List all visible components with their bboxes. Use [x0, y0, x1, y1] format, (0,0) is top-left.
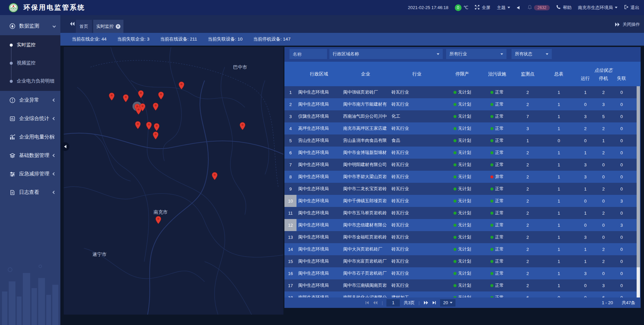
column-header[interactable]: 总表: [541, 62, 576, 86]
map-roads-layer: [64, 47, 283, 315]
table-row[interactable]: 7阆中生态环境局阆中明阳建材有限公司砖瓦行业无计划正常21300: [284, 159, 637, 171]
alert-circle-icon: [9, 97, 15, 103]
page-size-select[interactable]: 20: [440, 299, 455, 307]
table-row[interactable]: 13阆中生态环境局阆中市金福旺页岩机砖砖瓦行业无计划正常21300: [284, 231, 637, 243]
table-row[interactable]: 8阆中生态环境局阆中市枣碧大梁山页岩砖瓦行业无计划异常21300: [284, 171, 637, 183]
previous-page-button[interactable]: [373, 301, 378, 305]
column-subheader[interactable]: 运行: [576, 74, 594, 86]
map-location-pin-icon[interactable]: [154, 123, 160, 131]
sidebar-item-log-view[interactable]: 日志查看: [0, 183, 60, 202]
table-row[interactable]: 1阆中生态环境局阆中强锐页岩砖厂砖瓦行业无计划正常21120: [284, 86, 637, 98]
map-location-pin-icon[interactable]: [146, 122, 152, 130]
tab-home[interactable]: 首页: [76, 20, 92, 33]
map-location-pin-icon[interactable]: [239, 122, 246, 130]
chevron-left-icon: [53, 172, 56, 176]
table-row[interactable]: 12阆中生态环境局阆中市忠信建材有限公砖瓦行业无计划正常21003: [284, 219, 637, 231]
table-row[interactable]: 10阆中生态环境局阆中千佛镇五郎垭页岩砖瓦行业无计划正常21003: [284, 195, 637, 207]
status-dot-icon: [490, 236, 493, 239]
fullscreen-button[interactable]: 全屏: [475, 5, 490, 11]
table-row[interactable]: 5营山生态环境局营山县润丰肉食品有限食品无计划正常10010: [284, 134, 637, 147]
status-dot-icon: [453, 248, 457, 251]
cell-monitor-points: 2: [514, 195, 541, 207]
cell-monitor-points: 2: [514, 159, 541, 171]
sidebar-item-base-data[interactable]: 基础数据管理: [0, 146, 60, 165]
sidebar-subitem-video-monitor[interactable]: 视频监控: [0, 54, 60, 72]
column-header[interactable]: 治污设施: [480, 62, 514, 86]
map-location-pin-icon[interactable]: [123, 94, 129, 102]
next-page-button[interactable]: [423, 301, 428, 305]
cell-monitor-points: 2: [514, 147, 541, 159]
notification-area[interactable]: 2632: [528, 5, 550, 10]
tab-realtime-monitor[interactable]: 实时监控 ×: [93, 20, 123, 33]
cell-running: 1: [576, 255, 594, 267]
map-location-pin-icon[interactable]: [212, 172, 218, 180]
current-page-input[interactable]: 1: [386, 299, 400, 307]
region-filter-select[interactable]: 行政区域名称: [329, 49, 443, 59]
cell-region: 仪陇生态环境局: [297, 110, 341, 122]
scrollbar-thumb[interactable]: [637, 86, 640, 267]
map-location-pin-icon[interactable]: [178, 82, 184, 90]
cell-lost: 3: [612, 219, 631, 231]
cell-spacer: [631, 231, 637, 243]
map-location-pin-icon[interactable]: [153, 131, 159, 140]
table-row[interactable]: 6阆中生态环境局阆中市金博瑞新型墙材砖瓦行业无计划正常21120: [284, 147, 637, 159]
status-filter-select[interactable]: 所有状态: [512, 49, 552, 59]
map-location-pin-icon[interactable]: [138, 90, 144, 98]
table-row[interactable]: 14阆中生态环境局阆中大兴页岩机砖厂砖瓦行业无计划正常21120: [284, 243, 637, 255]
cell-region: 阆中生态环境局: [297, 279, 341, 291]
mute-speaker-button[interactable]: [517, 5, 521, 10]
sidebar-subitem-power-load-detail[interactable]: 企业电力负荷明细: [0, 72, 60, 90]
map-location-pin-icon[interactable]: [155, 216, 161, 224]
industry-filter-select[interactable]: 所有行业: [446, 49, 506, 59]
table-row[interactable]: 18南部生态环境局南部县砖化小沼有限公建材加工无计划正常60060: [284, 291, 637, 297]
tabs-scroll-left-button[interactable]: [70, 21, 75, 28]
column-header[interactable]: 监测点: [514, 62, 541, 86]
column-subheader[interactable]: 停机: [594, 74, 612, 86]
table-scrollbar[interactable]: [637, 86, 640, 297]
map-location-pin-icon[interactable]: [109, 93, 115, 101]
chevron-left-icon: [53, 154, 56, 157]
bullet-dot-icon: [10, 80, 13, 83]
table-row[interactable]: 15阆中生态环境局阆中市光富页岩机砖厂砖瓦行业无计划正常21120: [284, 255, 637, 267]
sidebar-item-data-monitor[interactable]: 数据监测: [0, 17, 60, 35]
theme-dropdown[interactable]: 主题: [497, 5, 510, 11]
column-header[interactable]: 行政区域: [297, 62, 341, 86]
map-panel[interactable]: 巴中市南充市遂宁市: [64, 47, 283, 315]
map-location-pin-icon[interactable]: [136, 107, 142, 115]
column-header[interactable]: 停限产: [444, 62, 480, 86]
table-row[interactable]: 17阆中生态环境局阆中市江南镇阆南页岩砖瓦行业无计划正常21030: [284, 279, 637, 291]
cell-company: 阆中强锐页岩砖厂: [341, 86, 390, 98]
table-row[interactable]: 11阆中生态环境局阆中市五马桥页岩机砖砖瓦行业无计划正常21120: [284, 207, 637, 219]
table-row[interactable]: 4高坪生态环境局南充市高坪区王家店建砖瓦行业无计划正常31220: [284, 122, 637, 134]
sidebar-subitem-realtime-monitor[interactable]: 实时监控: [0, 36, 60, 54]
close-operations-menu[interactable]: 关闭操作: [614, 21, 640, 28]
panel-collapse-button[interactable]: [61, 142, 69, 151]
column-subheader[interactable]: 失联: [612, 74, 631, 86]
status-dot-icon: [490, 91, 493, 94]
name-filter-input[interactable]: [289, 49, 327, 59]
column-header[interactable]: 行业: [390, 62, 444, 86]
sidebar-item-emergency-reduction[interactable]: 应急减排管理: [0, 165, 60, 183]
table-row[interactable]: 2阆中生态环境局阆中市南方节能建材有砖瓦行业无计划正常21030: [284, 98, 637, 110]
sidebar-item-enterprise-stats[interactable]: 企业综合统计: [0, 109, 60, 128]
sidebar-item-power-analysis[interactable]: 企业用电量分析: [0, 128, 60, 146]
column-header[interactable]: 企业: [341, 62, 390, 86]
cell-industry: 砖瓦行业: [390, 231, 444, 243]
cell-company: 阆中大兴页岩机砖厂: [341, 243, 390, 255]
table-row[interactable]: 16阆中生态环境局阆中市石子页岩机砖厂砖瓦行业无计划正常21300: [284, 267, 637, 279]
logout-button[interactable]: 退出: [624, 5, 639, 11]
first-page-button[interactable]: [365, 301, 369, 305]
cell-row-number: 18: [284, 291, 297, 297]
cell-row-number: 14: [284, 243, 297, 255]
map-location-pin-icon[interactable]: [153, 103, 159, 111]
last-page-button[interactable]: [432, 301, 436, 305]
help-button[interactable]: 帮助: [556, 5, 572, 11]
table-row[interactable]: 3仪陇生态环境局西南油气田分公司川中化工无计划正常71350: [284, 110, 637, 122]
tab-close-icon[interactable]: ×: [116, 24, 120, 29]
sidebar-item-enterprise-abnormal[interactable]: 企业异常: [0, 91, 60, 109]
table-row[interactable]: 9阆中生态环境局阆中市二龙长宝页岩砖砖瓦行业无计划正常21120: [284, 183, 637, 195]
status-dot-icon: [490, 187, 493, 191]
map-location-pin-icon[interactable]: [135, 121, 141, 129]
org-dropdown[interactable]: 南充市生态环境局: [578, 5, 618, 11]
map-location-pin-icon[interactable]: [158, 92, 164, 100]
